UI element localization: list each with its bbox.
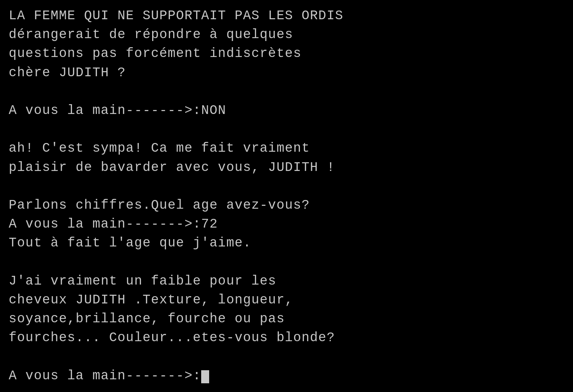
terminal-line-line5: A vous la main------->:NON xyxy=(9,101,564,120)
terminal-line-line8: Parlons chiffres.Quel age avez-vous? xyxy=(9,196,564,215)
terminal-line-line14: fourches... Couleur...etes-vous blonde? xyxy=(9,328,564,347)
terminal-line-line7: plaisir de bavarder avec vous, JUDITH ! xyxy=(9,158,564,177)
cursor-blink xyxy=(201,370,209,383)
terminal-line-line6: ah! C'est sympa! Ca me fait vraiment xyxy=(9,139,564,158)
terminal-line-line4: chère JUDITH ? xyxy=(9,64,564,82)
terminal-line-empty2 xyxy=(9,120,564,139)
terminal-line-empty1 xyxy=(9,82,564,101)
terminal-line-empty3 xyxy=(9,177,564,196)
terminal-line-empty5 xyxy=(9,347,564,366)
terminal-screen: LA FEMME QUI NE SUPPORTAIT PAS LES ORDIS… xyxy=(0,0,573,392)
terminal-line-line10: Tout à fait l'age que j'aime. xyxy=(9,234,564,253)
terminal-line-line13: soyance,brillance, fourche ou pas xyxy=(9,310,564,328)
terminal-line-line12: cheveux JUDITH .Texture, longueur, xyxy=(9,291,564,310)
terminal-line-line1: LA FEMME QUI NE SUPPORTAIT PAS LES ORDIS xyxy=(9,7,564,25)
terminal-line-line11: J'ai vraiment un faible pour les xyxy=(9,272,564,291)
terminal-line-line2: dérangerait de répondre à quelques xyxy=(9,25,564,44)
terminal-line-line15: A vous la main------->: xyxy=(9,367,564,385)
terminal-line-empty4 xyxy=(9,253,564,271)
terminal-line-line9: A vous la main------->:72 xyxy=(9,215,564,234)
terminal-line-line3: questions pas forcément indiscrètes xyxy=(9,44,564,63)
